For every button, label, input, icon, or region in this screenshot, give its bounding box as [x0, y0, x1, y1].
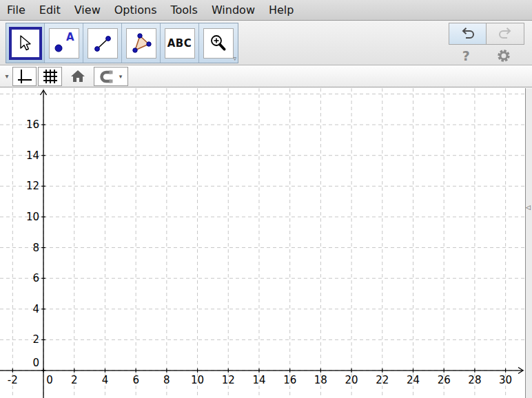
x-axis-label: 14: [252, 374, 265, 386]
point-capturing-button[interactable]: ▾: [94, 67, 128, 86]
y-axis-label: 8: [32, 242, 39, 254]
y-axis-label: 0: [32, 357, 39, 369]
point-label: A: [66, 31, 74, 43]
gear-icon[interactable]: [497, 49, 511, 63]
x-axis-label: 30: [499, 374, 512, 386]
x-axis-label: 0: [46, 374, 53, 386]
x-axis-label: 28: [468, 374, 481, 386]
side-panel-splitter[interactable]: ◁: [525, 88, 532, 398]
tool-group: A AB: [6, 23, 238, 63]
x-axis-label: 20: [345, 374, 358, 386]
history-buttons: [449, 23, 524, 45]
x-axis-label: 8: [163, 374, 170, 386]
menu-help[interactable]: Help: [262, 0, 300, 20]
redo-icon: [497, 26, 513, 41]
cursor-icon: [18, 35, 33, 52]
y-axis-label: 10: [26, 211, 39, 223]
axes-toggle-button[interactable]: [12, 67, 37, 86]
point-icon: [53, 43, 64, 54]
stylebar-collapse-icon[interactable]: ▾: [1, 72, 12, 80]
y-axis-label: 2: [32, 333, 39, 346]
tool-dropdown-icon[interactable]: ▿: [233, 56, 236, 62]
segment-button[interactable]: [88, 28, 118, 59]
x-axis-label: 16: [283, 374, 296, 386]
style-bar: ▾ ▾: [0, 65, 532, 87]
menu-window[interactable]: Window: [205, 0, 262, 20]
menu-view[interactable]: View: [68, 0, 108, 20]
point-button[interactable]: A: [49, 28, 79, 59]
x-axis-label: 10: [191, 374, 204, 386]
x-axis-label: 6: [132, 374, 139, 386]
x-axis-label: 26: [438, 374, 451, 386]
text-icon: ABC: [167, 37, 192, 50]
y-axis-label: 4: [32, 303, 39, 315]
undo-button[interactable]: [449, 23, 487, 44]
menu-tools[interactable]: Tools: [163, 0, 204, 20]
quick-access: ?: [449, 47, 524, 65]
undo-icon: [460, 26, 476, 41]
tool-line[interactable]: [83, 23, 122, 63]
axes-icon: [17, 69, 32, 84]
move-button[interactable]: [9, 27, 42, 60]
zoom-in-button[interactable]: [203, 28, 234, 59]
zoom-in-icon: [209, 34, 228, 53]
redo-button[interactable]: [487, 23, 524, 44]
toolbar: A AB: [0, 21, 532, 65]
x-axis-label: 22: [376, 374, 389, 386]
menu-file[interactable]: File: [0, 0, 32, 20]
help-button[interactable]: ?: [462, 48, 470, 63]
tool-zoom-in[interactable]: ▿: [199, 23, 238, 63]
magnet-icon: [100, 70, 114, 83]
graphics-view[interactable]: -202468101214161820222426283002468101214…: [0, 88, 525, 398]
tool-polygon[interactable]: [122, 23, 161, 63]
segment-icon: [92, 33, 113, 54]
menu-edit[interactable]: Edit: [32, 0, 68, 20]
x-axis-label: 4: [102, 374, 109, 386]
x-axis-label: 12: [222, 374, 235, 386]
x-axis-label: 24: [407, 374, 420, 386]
menu-bar: File Edit View Options Tools Window Help: [0, 0, 532, 21]
x-axis-label: -2: [8, 374, 18, 386]
home-button[interactable]: [67, 67, 89, 86]
grid-toggle-button[interactable]: [38, 67, 62, 86]
x-axis-label: 2: [71, 374, 78, 386]
menu-options[interactable]: Options: [108, 0, 164, 20]
y-axis-label: 12: [26, 180, 39, 192]
chevron-down-icon: ▾: [119, 73, 123, 80]
panel-collapse-icon[interactable]: ◁: [526, 204, 531, 211]
grid-icon: [43, 69, 58, 84]
x-axis-label: 18: [314, 374, 327, 386]
tool-move[interactable]: [6, 23, 45, 63]
polygon-icon: [130, 32, 152, 54]
y-axis-label: 6: [32, 272, 39, 284]
polygon-button[interactable]: [126, 28, 156, 59]
tool-text[interactable]: ABC: [161, 23, 199, 63]
y-axis-label: 16: [26, 118, 39, 131]
home-icon: [71, 70, 85, 83]
text-button[interactable]: ABC: [165, 28, 195, 59]
tool-point[interactable]: A: [45, 23, 83, 63]
y-axis-label: 14: [26, 149, 39, 162]
